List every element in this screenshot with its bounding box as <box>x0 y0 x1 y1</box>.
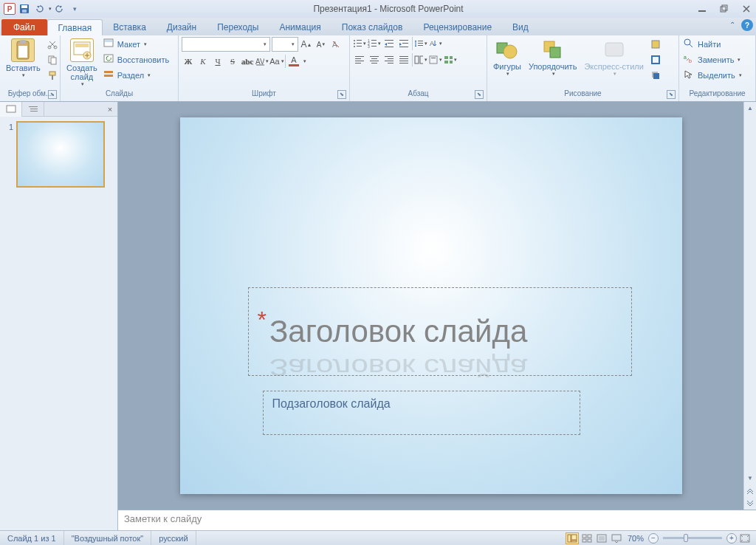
shape-effects-button[interactable] <box>648 68 663 83</box>
convert-smartart-button[interactable]: ▾ <box>444 53 457 66</box>
slideshow-view-button[interactable] <box>610 532 623 544</box>
svg-rect-13 <box>49 72 55 75</box>
font-color-dropdown[interactable]: ▾ <box>303 58 306 64</box>
cut-button[interactable] <box>45 37 60 52</box>
select-button[interactable]: Выделить▾ <box>682 68 750 83</box>
restore-button[interactable] <box>718 2 731 16</box>
svg-rect-36 <box>371 46 377 47</box>
tab-animations[interactable]: Анимация <box>269 19 331 35</box>
minimize-ribbon-button[interactable]: ⌃ <box>729 21 738 30</box>
text-shadow-button[interactable]: abc <box>241 55 254 68</box>
file-tab[interactable]: Файл <box>1 19 47 35</box>
sorter-view-button[interactable] <box>580 532 594 544</box>
subtitle-placeholder[interactable]: Подзаголовок слайда <box>263 391 580 435</box>
tab-home[interactable]: Главная <box>47 19 103 35</box>
window-controls <box>695 2 753 16</box>
line-spacing-button[interactable]: ▾ <box>414 37 427 50</box>
tab-transitions[interactable]: Переходы <box>207 19 269 35</box>
text-direction-button[interactable]: A▾ <box>429 37 442 50</box>
numbering-button[interactable]: 123▾ <box>368 37 381 50</box>
drawing-launcher[interactable]: ⬊ <box>667 90 676 99</box>
strikethrough-button[interactable]: S <box>226 55 239 68</box>
arrange-button[interactable]: Упорядочить▾ <box>526 37 580 78</box>
shape-fill-button[interactable] <box>648 37 663 52</box>
undo-dropdown[interactable]: ▾ <box>49 6 52 12</box>
prev-slide-button[interactable] <box>744 484 756 497</box>
save-button[interactable] <box>18 2 31 16</box>
shapes-button[interactable]: Фигуры▾ <box>490 37 524 78</box>
shape-outline-button[interactable] <box>648 52 663 67</box>
section-button[interactable]: Раздел▾ <box>102 68 175 83</box>
title-placeholder[interactable]: * Заголовок слайда <box>248 287 632 376</box>
grow-font-button[interactable]: A▲ <box>300 38 313 51</box>
tab-view[interactable]: Вид <box>502 19 539 35</box>
align-center-button[interactable] <box>368 53 381 66</box>
app-icon[interactable]: P <box>3 2 16 16</box>
increase-indent-button[interactable] <box>397 37 410 50</box>
normal-view-button[interactable] <box>566 532 579 544</box>
font-color-button[interactable]: A <box>287 55 300 68</box>
tab-design[interactable]: Дизайн <box>157 19 207 35</box>
svg-rect-59 <box>399 56 408 57</box>
redo-button[interactable] <box>53 2 66 16</box>
align-right-button[interactable] <box>382 53 396 66</box>
qat-customize[interactable]: ▾ <box>68 2 81 16</box>
slides-view-tab[interactable] <box>0 102 22 117</box>
paragraph-launcher[interactable]: ⬊ <box>475 90 484 99</box>
svg-rect-88 <box>571 535 577 540</box>
character-spacing-button[interactable]: AV▾ <box>255 55 269 68</box>
vertical-scrollbar[interactable]: ▲ ▼ <box>743 102 756 510</box>
layout-button[interactable]: Макет▾ <box>102 37 175 52</box>
next-slide-button[interactable] <box>744 497 756 510</box>
zoom-in-button[interactable]: + <box>726 533 737 544</box>
align-text-button[interactable]: ▾ <box>429 53 442 66</box>
scroll-down[interactable]: ▼ <box>744 472 756 484</box>
shrink-font-button[interactable]: A▼ <box>315 38 328 51</box>
justify-button[interactable] <box>397 53 410 66</box>
svg-rect-87 <box>568 535 571 542</box>
tab-insert[interactable]: Вставка <box>103 19 157 35</box>
paste-button[interactable]: Вставить ▾ <box>3 37 44 80</box>
find-button[interactable]: Найти <box>682 37 750 52</box>
fit-to-window-button[interactable] <box>738 532 752 544</box>
font-launcher[interactable]: ⬊ <box>337 90 346 99</box>
quick-styles-button[interactable]: Экспресс-стили▾ <box>581 37 646 78</box>
tab-review[interactable]: Рецензирование <box>413 19 502 35</box>
decrease-indent-button[interactable] <box>382 37 396 50</box>
font-size-combo[interactable]: ▾ <box>272 37 298 52</box>
undo-button[interactable] <box>32 2 46 16</box>
clear-formatting-button[interactable]: A <box>329 38 343 51</box>
close-button[interactable] <box>740 2 753 16</box>
reset-button[interactable]: Восстановить <box>102 52 175 67</box>
zoom-percent[interactable]: 70% <box>628 534 644 543</box>
zoom-slider[interactable] <box>663 537 722 539</box>
thumbnail-1[interactable]: 1 <box>4 121 113 188</box>
svg-rect-48 <box>355 58 361 59</box>
format-painter-button[interactable] <box>45 68 60 83</box>
help-button[interactable]: ? <box>741 19 753 31</box>
bold-button[interactable]: Ж <box>182 55 195 68</box>
change-case-button[interactable]: Aa▾ <box>270 55 284 68</box>
status-slide-count[interactable]: Слайд 1 из 1 <box>0 531 64 545</box>
align-left-button[interactable] <box>353 53 366 66</box>
italic-button[interactable]: К <box>196 55 210 68</box>
clipboard-launcher[interactable]: ⬊ <box>48 90 57 99</box>
bullets-button[interactable]: ▾ <box>353 37 366 50</box>
slide-canvas-area[interactable]: * Заголовок слайда Подзаголовок слайда <box>118 102 743 510</box>
underline-button[interactable]: Ч <box>211 55 224 68</box>
tab-slideshow[interactable]: Показ слайдов <box>331 19 413 35</box>
copy-button[interactable] <box>45 52 60 67</box>
scroll-up[interactable]: ▲ <box>744 102 756 114</box>
status-theme[interactable]: "Воздушный поток" <box>64 531 152 545</box>
minimize-button[interactable] <box>695 2 709 16</box>
notes-pane[interactable]: Заметки к слайду <box>118 510 756 530</box>
reading-view-button[interactable] <box>595 532 608 544</box>
font-family-combo[interactable]: ▾ <box>182 37 270 52</box>
columns-button[interactable]: ▾ <box>414 53 427 66</box>
status-language[interactable]: русский <box>151 531 196 545</box>
replace-button[interactable]: abЗаменить▾ <box>682 52 750 67</box>
zoom-out-button[interactable]: − <box>648 533 659 544</box>
new-slide-button[interactable]: Создать слайд ▾ <box>63 37 100 89</box>
panel-close-button[interactable]: × <box>103 102 117 116</box>
outline-view-tab[interactable] <box>22 102 44 117</box>
